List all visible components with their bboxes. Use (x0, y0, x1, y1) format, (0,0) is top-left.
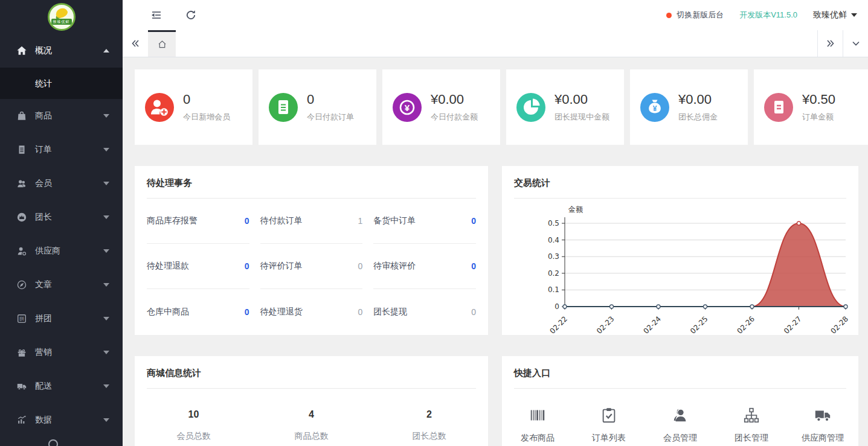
stat-value: 0 (183, 92, 230, 107)
document-icon (269, 93, 298, 122)
chevron-down-icon (103, 182, 109, 185)
chevron-up-icon (103, 49, 109, 53)
sidebar-item-members[interactable]: 会员 (0, 167, 123, 200)
quick-entry-order-list[interactable]: 订单列表 (573, 406, 645, 444)
tabs-empty-area (176, 30, 817, 57)
svg-text:0: 0 (555, 302, 559, 311)
pending-item: 待审核评价0 (373, 244, 476, 289)
svg-text:02-28: 02-28 (829, 314, 850, 334)
truck-icon (814, 406, 832, 425)
shopping-bag-icon (16, 110, 28, 122)
sidebar-item-goods[interactable]: 商品 (0, 99, 123, 133)
shop-stats-panel: 商城信息统计 10会员总数 4商品总数 2团长总数 (135, 356, 488, 446)
stat-value: ¥0.00 (555, 92, 609, 107)
sidebar-item-groupbuy[interactable]: 拼 拼团 (0, 302, 123, 336)
pending-item: 待付款订单1 (260, 199, 363, 244)
chevron-down-icon (103, 351, 109, 354)
shop-stat: 2团长总数 (370, 409, 488, 442)
bar-chart-icon (16, 414, 28, 426)
svg-text:拼: 拼 (19, 316, 24, 322)
svg-text:02-26: 02-26 (736, 314, 757, 334)
top-header: 切换新版后台 开发版本V11.5.0 致臻优鲜 (123, 0, 868, 30)
tabs-scroll-right-icon[interactable] (817, 30, 843, 57)
refresh-icon[interactable] (184, 8, 198, 22)
sidebar-item-stats[interactable]: 统计 (0, 68, 123, 99)
sitemap-icon (742, 406, 760, 425)
chevron-down-icon (103, 148, 109, 151)
trade-stats-panel: 交易统计 00.10.20.30.40.5金额02-2202-2302-2402… (502, 166, 858, 335)
gift-icon (16, 346, 28, 358)
sidebar: 致臻优鲜 概况 统计 商品 订单 会员 团长 (0, 0, 123, 446)
supplier-icon (16, 245, 28, 257)
svg-text:0.4: 0.4 (548, 236, 559, 244)
brand-logo-badge: 致臻优鲜 (48, 3, 76, 31)
sidebar-item-orders[interactable]: 订单 (0, 133, 123, 167)
pending-item: 商品库存报警0 (147, 199, 249, 244)
order-doc-icon (16, 144, 28, 156)
quick-entry-supplier-management[interactable]: 供应商管理 (787, 406, 858, 444)
admin-dashboard: 致臻优鲜 概况 统计 商品 订单 会员 团长 (0, 0, 868, 446)
chevron-down-icon (103, 114, 109, 118)
panel-title: 商城信息统计 (147, 356, 476, 389)
compass-icon (16, 279, 28, 291)
trade-area-chart: 00.10.20.30.40.5金额02-2202-2302-2402-2502… (502, 199, 858, 336)
pending-item: 备货中订单0 (373, 199, 476, 244)
sidebar-collapse-icon[interactable] (149, 8, 162, 22)
quick-entry-member-management[interactable]: 会员管理 (645, 406, 716, 444)
stat-card-order-amount: ¥0.50订单金额 (754, 69, 868, 145)
stat-card-new-members: 0今日新增会员 (135, 69, 252, 145)
svg-text:0.5: 0.5 (548, 219, 559, 228)
stat-label: 今日付款金额 (431, 112, 478, 123)
version-link[interactable]: 开发版本V11.5.0 (739, 10, 797, 21)
tabs-scroll-left-icon[interactable] (123, 30, 148, 57)
account-name: 致臻优鲜 (813, 10, 847, 21)
stat-label: 团长总佣金 (678, 112, 718, 123)
svg-text:0.1: 0.1 (548, 285, 559, 294)
chevron-down-icon (103, 215, 109, 219)
clipboard-check-icon (600, 406, 618, 425)
svg-text:¥: ¥ (405, 102, 410, 112)
crown-circle-icon (16, 211, 28, 223)
panel-title: 快捷入口 (514, 356, 846, 389)
switch-new-admin-link[interactable]: 切换新版后台 (677, 10, 724, 21)
sidebar-item-leaders[interactable]: 团长 (0, 200, 123, 234)
panel-title: 待处理事务 (147, 166, 476, 199)
quick-entry-row: 发布商品 订单列表 会员管理 团长管理 供应商管理 (502, 389, 858, 444)
tabs-menu-chevron-icon[interactable] (843, 30, 868, 57)
chevron-down-icon (103, 418, 109, 422)
members-icon (671, 406, 689, 425)
sidebar-item-marketing[interactable]: 营销 (0, 336, 123, 369)
stat-label: 今日新增会员 (183, 112, 230, 123)
pending-item: 团长提现0 (373, 289, 476, 334)
svg-text:¥: ¥ (653, 104, 657, 112)
stat-value: ¥0.50 (802, 92, 835, 107)
money-bag-icon: ¥ (640, 93, 669, 122)
shop-stats-row: 10会员总数 4商品总数 2团长总数 (135, 389, 488, 442)
groupbuy-icon: 拼 (16, 313, 28, 325)
sidebar-item-delivery[interactable]: 配送 (0, 369, 123, 403)
caret-down-icon (851, 13, 857, 17)
quick-entry-publish-goods[interactable]: 发布商品 (502, 406, 573, 444)
sidebar-item-articles[interactable]: 文章 (0, 268, 123, 302)
svg-text:金额: 金额 (568, 205, 583, 214)
pie-chart-icon (516, 93, 545, 122)
pending-grid: 商品库存报警0 待付款订单1 备货中订单0 待处理退款0 待评价订单0 待审核评… (135, 199, 488, 334)
sidebar-item-partial[interactable] (48, 439, 58, 446)
sidebar-item-overview[interactable]: 概况 (0, 34, 123, 68)
sidebar-item-data[interactable]: 数据 (0, 403, 123, 437)
user-plus-icon (145, 93, 174, 122)
pending-item: 待处理退货0 (260, 289, 363, 334)
svg-text:0.3: 0.3 (548, 252, 559, 261)
tab-strip (123, 30, 868, 57)
stat-card-paid-orders: 0今日付款订单 (259, 69, 376, 145)
stat-card-paid-amount: ¥ ¥0.00今日付款金额 (382, 69, 500, 145)
sidebar-item-suppliers[interactable]: 供应商 (0, 234, 123, 268)
chevron-down-icon (103, 283, 109, 287)
main-content: 0今日新增会员 0今日付款订单 ¥ ¥0.00今日付款金额 ¥0.00团长提现中… (123, 57, 868, 446)
home-icon (16, 45, 28, 57)
brand-logo-text: 致臻优鲜 (51, 19, 72, 25)
members-icon (16, 177, 28, 190)
account-dropdown[interactable]: 致臻优鲜 (813, 10, 857, 21)
tab-home[interactable] (148, 30, 176, 57)
quick-entry-leader-management[interactable]: 团长管理 (716, 406, 787, 444)
